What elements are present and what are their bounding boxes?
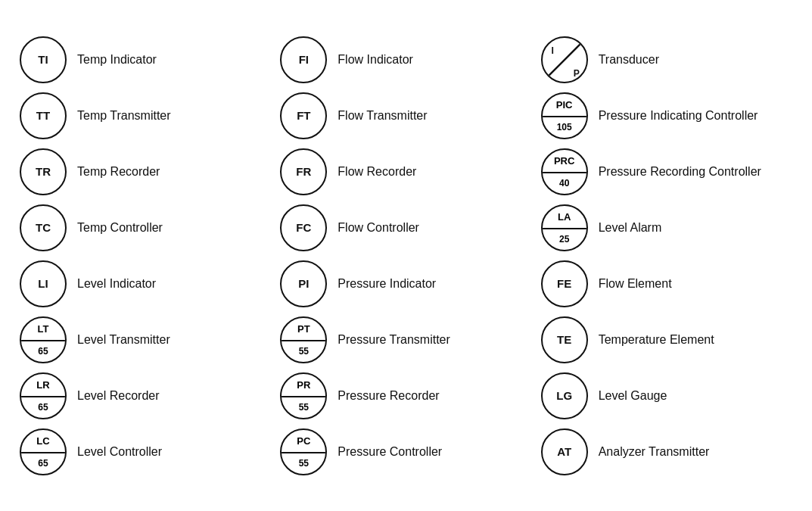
label-PT: Pressure Transmitter — [338, 333, 450, 347]
circle-top-PC: PC — [282, 430, 325, 452]
circle-PI: PI — [280, 260, 327, 307]
label-transducer: Transducer — [599, 53, 659, 67]
circle-top-LT: LT — [21, 318, 65, 340]
column-col1: TITemp IndicatorTTTemp TransmitterTRTemp… — [15, 33, 275, 478]
item-transducer: I P Transducer — [537, 33, 797, 86]
item-PI: PIPressure Indicator — [275, 257, 536, 310]
svg-text:I: I — [551, 45, 553, 55]
circle-LG: LG — [541, 372, 588, 419]
label-LT: Level Transmitter — [77, 333, 170, 347]
circle-TE: TE — [541, 316, 588, 363]
label-TE: Temperature Element — [599, 333, 714, 347]
circle-top-PRC: PRC — [543, 150, 586, 172]
symbol-TI: TI — [20, 36, 67, 83]
circle-top-LA: LA — [543, 206, 586, 228]
label-PR: Pressure Recorder — [338, 389, 439, 403]
item-LG: LGLevel Gauge — [537, 369, 797, 422]
circle-TI: TI — [20, 36, 67, 83]
symbol-FT: FT — [280, 92, 327, 139]
column-col3: I P TransducerPIC105Pressure Indicating … — [537, 33, 797, 478]
item-TE: TETemperature Element — [537, 313, 797, 366]
column-col2: FIFlow IndicatorFTFlow TransmitterFRFlow… — [275, 33, 536, 478]
label-FE: Flow Element — [599, 277, 672, 291]
symbol-LG: LG — [541, 372, 588, 419]
circle-bottom-LT: 65 — [21, 340, 65, 362]
symbol-LA: LA25 — [541, 204, 588, 251]
label-LI: Level Indicator — [77, 277, 156, 291]
circle-AT: AT — [541, 428, 588, 475]
circle-divided-LC: LC65 — [20, 428, 67, 475]
item-LT: LT65Level Transmitter — [15, 313, 275, 366]
item-FE: FEFlow Element — [537, 257, 797, 310]
item-FR: FRFlow Recorder — [275, 145, 536, 198]
circle-FT: FT — [280, 92, 327, 139]
circle-TT: TT — [20, 92, 67, 139]
circle-divided-LT: LT65 — [20, 316, 67, 363]
symbol-LR: LR65 — [20, 372, 67, 419]
transducer-symbol: I P — [541, 36, 588, 83]
label-TT: Temp Transmitter — [77, 109, 171, 123]
label-PIC: Pressure Indicating Controller — [599, 109, 758, 123]
label-FR: Flow Recorder — [338, 165, 416, 179]
item-LR: LR65Level Recorder — [15, 369, 275, 422]
circle-divided-LR: LR65 — [20, 372, 67, 419]
item-LC: LC65Level Controller — [15, 425, 275, 478]
circle-bottom-LC: 65 — [21, 452, 65, 474]
symbol-TE: TE — [541, 316, 588, 363]
symbol-TT: TT — [20, 92, 67, 139]
label-TC: Temp Controller — [77, 221, 163, 235]
label-TR: Temp Recorder — [77, 165, 160, 179]
label-PI: Pressure Indicator — [338, 277, 436, 291]
label-LA: Level Alarm — [599, 221, 662, 235]
symbol-LC: LC65 — [20, 428, 67, 475]
circle-top-LC: LC — [21, 430, 65, 452]
symbol-LI: LI — [20, 260, 67, 307]
circle-bottom-PRC: 40 — [543, 172, 586, 194]
symbol-FI: FI — [280, 36, 327, 83]
label-LR: Level Recorder — [77, 389, 160, 403]
item-AT: ATAnalyzer Transmitter — [537, 425, 797, 478]
label-LG: Level Gauge — [599, 389, 667, 403]
symbol-LT: LT65 — [20, 316, 67, 363]
symbol-TR: TR — [20, 148, 67, 195]
item-LA: LA25Level Alarm — [537, 201, 797, 254]
symbol-TC: TC — [20, 204, 67, 251]
item-FI: FIFlow Indicator — [275, 33, 536, 86]
circle-divided-PRC: PRC40 — [541, 148, 588, 195]
item-PRC: PRC40Pressure Recording Controller — [537, 145, 797, 198]
circle-FE: FE — [541, 260, 588, 307]
symbol-FR: FR — [280, 148, 327, 195]
item-PC: PC55Pressure Controller — [275, 425, 536, 478]
item-FT: FTFlow Transmitter — [275, 89, 536, 142]
circle-TR: TR — [20, 148, 67, 195]
symbol-PIC: PIC105 — [541, 92, 588, 139]
circle-bottom-PIC: 105 — [543, 116, 586, 138]
symbol-AT: AT — [541, 428, 588, 475]
svg-text:P: P — [574, 67, 580, 78]
item-FC: FCFlow Controller — [275, 201, 536, 254]
symbol-PT: PT55 — [280, 316, 327, 363]
symbol-FC: FC — [280, 204, 327, 251]
label-PRC: Pressure Recording Controller — [599, 165, 761, 179]
circle-FC: FC — [280, 204, 327, 251]
label-FI: Flow Indicator — [338, 53, 413, 67]
circle-divided-PC: PC55 — [280, 428, 327, 475]
circle-divided-PT: PT55 — [280, 316, 327, 363]
symbol-PI: PI — [280, 260, 327, 307]
circle-divided-PR: PR55 — [280, 372, 327, 419]
circle-FR: FR — [280, 148, 327, 195]
circle-divided-LA: LA25 — [541, 204, 588, 251]
circle-top-LR: LR — [21, 374, 65, 396]
item-TT: TTTemp Transmitter — [15, 89, 275, 142]
label-PC: Pressure Controller — [338, 445, 442, 459]
symbol-PC: PC55 — [280, 428, 327, 475]
instrument-symbols-grid: TITemp IndicatorTTTemp TransmitterTRTemp… — [0, 26, 812, 486]
item-PR: PR55Pressure Recorder — [275, 369, 536, 422]
circle-divided-PIC: PIC105 — [541, 92, 588, 139]
circle-top-PT: PT — [282, 318, 325, 340]
item-TR: TRTemp Recorder — [15, 145, 275, 198]
label-FC: Flow Controller — [338, 221, 419, 235]
label-LC: Level Controller — [77, 445, 162, 459]
item-LI: LILevel Indicator — [15, 257, 275, 310]
symbol-PRC: PRC40 — [541, 148, 588, 195]
